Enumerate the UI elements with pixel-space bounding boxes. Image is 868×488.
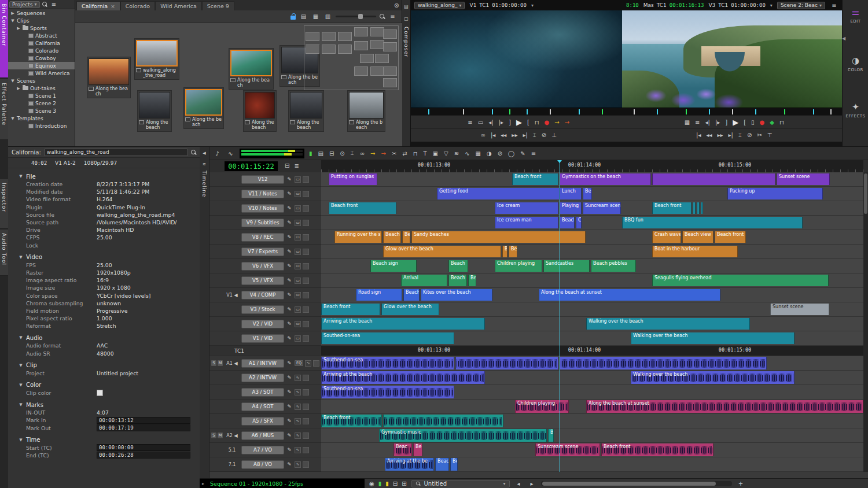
tree-arrow-icon[interactable]: ▶ [10,11,15,16]
timeline-clip-beach-sign[interactable]: Beach sign [370,260,417,272]
timeline-clip-be[interactable]: Be [468,275,476,286]
bin-tab-california[interactable]: California× [76,1,120,10]
waveform-icon[interactable]: ∿ [465,150,469,157]
sidebar-item-introduction[interactable]: Introduction [8,122,75,130]
toggle-timecode-icon[interactable]: ⊟ [285,162,289,169]
bin-clip-card[interactable]: Along the beach [183,87,224,129]
splice-in-icon[interactable]: → [554,119,559,125]
timeline-clip-be[interactable]: Be [509,246,517,257]
sidebar-item-scenes[interactable]: ▼Scenes [8,77,75,84]
timeline-clip-ice-cream-man[interactable]: Ice cream man [495,217,558,228]
tree-arrow-icon[interactable]: ▼ [10,116,15,121]
nav-right-icon[interactable]: ▸ [528,479,536,488]
timeline-clip-beach-front[interactable]: Beach front [512,173,558,185]
source-patch-A7[interactable]: 5.1 [225,448,240,453]
sidebar-item-scene-2[interactable]: Scene 2 [8,99,75,107]
lock-icon[interactable] [303,234,309,241]
search-icon[interactable] [42,2,47,7]
source-patch-A1[interactable]: A1 ◀ [225,361,240,366]
clear-marks-icon[interactable]: ⊘ [542,132,546,138]
scissors-icon[interactable]: ✂ [392,150,396,157]
timeline-clip-beach-view[interactable]: Beach view [682,231,713,243]
property-timecode-field[interactable] [97,424,190,431]
track-button-A4[interactable]: A4 / SOT [241,402,284,411]
track-button-V1[interactable]: V1 / VID [241,334,284,343]
timeline-clip-packing-up[interactable]: Packing up [727,188,823,199]
lock-icon[interactable] [303,389,309,395]
timeline-clip-arrival[interactable]: Arrival [401,275,447,286]
timeline-clip-beach[interactable]: Beach [560,217,575,228]
add-marker-icon[interactable]: ● [760,119,765,125]
search-icon[interactable] [380,14,385,19]
display-toggle-icon[interactable]: ▭ [295,176,301,183]
grid-icon[interactable]: ▦ [685,119,690,125]
disable-icon[interactable]: ⊘ [498,150,502,157]
pen-tool-icon[interactable]: ✎ [520,150,525,157]
timeline-clip-beach-front[interactable]: Beach front [652,202,692,214]
timeline-clip-glow-over-the-beach[interactable]: Glow over the beach [381,304,439,315]
edit-pencil-icon[interactable]: ✎ [286,220,293,225]
lock-icon[interactable] [313,360,319,367]
sidebar-item-sports[interactable]: ▶Sports [8,24,75,32]
sidebar-item-scene-1[interactable]: Scene 1 [8,92,75,99]
timeline-clip-ice-cream[interactable]: Ice cream [495,202,558,214]
slider-knob[interactable] [358,14,363,19]
thumbnail-stack[interactable] [304,25,399,90]
timeline-clip-walking-over-the-beach[interactable]: Walking over the beach [631,371,795,384]
thumbnail-size-slider[interactable] [336,16,376,17]
bin-clip-card[interactable]: Along the beach [229,48,274,90]
rail-tab-effect-palette[interactable]: Effect Palette [0,79,8,140]
edit-pencil-icon[interactable]: ✎ [286,447,293,453]
track-button-V4[interactable]: V4 / COMP [241,291,284,300]
track-button-V9[interactable]: V9 / Subtitles [241,219,284,227]
timeline-clip-gymnastics-on-the-beach[interactable]: Gymnastics on the beach [560,173,651,185]
fast-forward-icon[interactable]: ▸▸ [718,132,723,138]
bin-clip-card[interactable]: walking_along_the_road [134,38,179,80]
timeline-clip-sandcastles[interactable]: Sandcastles [543,260,590,272]
timeline-clip-crash-wave[interactable]: Crash wave [652,231,681,243]
lock-icon[interactable] [303,404,309,410]
timeline-clip-arriving-at-the-beach[interactable]: Arriving at the beach [321,371,485,384]
bin-clip-card[interactable]: Along the beach [87,57,131,98]
edit-pencil-icon[interactable]: ✎ [286,249,293,254]
timeline-clip-clip[interactable] [697,202,700,214]
track-button-A5[interactable]: A5 / SFX [241,417,284,426]
record-position-bar[interactable] [622,108,842,115]
edit-pencil-icon[interactable]: ✎ [286,404,293,409]
timeline-clip-putting-on-sunglas[interactable]: Putting on sunglas [329,173,377,185]
clear-marks-icon[interactable]: ⊘ [747,132,752,138]
master-timecode-display[interactable]: 00:01:15:22 [225,161,278,171]
timeline-clip-kites-over-the-beach[interactable]: Kites over the beach [421,289,492,301]
edit-pencil-icon[interactable]: ✎ [286,263,293,269]
mark-clip-icon[interactable]: ⌶ [533,132,536,139]
lock-icon[interactable] [303,447,309,453]
display-toggle-icon[interactable]: ▭ [295,292,301,298]
match-frame-icon[interactable]: ▽ [444,150,448,157]
property-timecode-field[interactable] [97,452,190,459]
sequence-select-dropdown[interactable]: Untitled ▾ [411,480,510,487]
timeline-clip-sunset-scene[interactable]: Sunset scene [770,304,829,315]
track-button-A6[interactable]: A6 / MUS [241,431,284,440]
lock-icon[interactable] [303,321,309,327]
track-button-V12[interactable]: V12 [241,175,284,184]
mark-out-icon[interactable]: ] [509,119,511,125]
timeline-clip-clip[interactable] [693,202,696,214]
timeline-clip-boat-in-the-harbour[interactable]: Boat in the harbour [652,246,738,257]
track-button-V7[interactable]: V7 / Experts [241,247,284,256]
panel-float-icon[interactable]: ▢ [402,14,411,23]
solo-button-A6[interactable]: S [211,432,216,438]
video-quality-icon[interactable]: ▮ [378,480,382,487]
display-toggle-icon[interactable]: ▭ [295,321,301,327]
edit-pencil-icon[interactable]: ✎ [286,234,293,240]
rail-tab-inspector[interactable]: Inspector [0,179,8,228]
trim-icon[interactable]: ⊓ [779,119,784,125]
display-toggle-icon[interactable]: ∿ [295,461,301,468]
sidebar-item-abstract[interactable]: Abstract [8,32,75,39]
tree-arrow-icon[interactable]: ▼ [10,79,15,83]
lock-icon[interactable] [303,306,309,313]
timeline-clip-children-playing[interactable]: Children playing [495,260,542,272]
section-header-color[interactable]: ▼Color [8,381,200,389]
timeline-clip-sunset-scene[interactable]: Sunset scene [777,173,830,185]
timeline-clip-seagulls-flying-overhead[interactable]: Seagulls flying overhead [652,275,829,286]
lock-icon[interactable] [303,205,309,212]
